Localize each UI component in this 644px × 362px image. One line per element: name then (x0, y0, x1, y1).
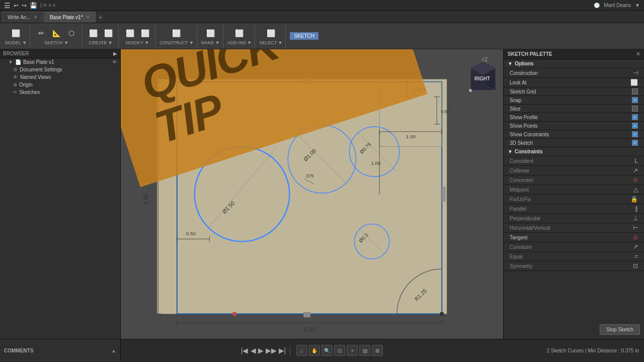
close-palette-icon[interactable]: ✕ (636, 51, 640, 57)
view-cube[interactable]: Z RIGHT (465, 55, 501, 96)
tab-base-plate[interactable]: Base Plate v1* ✕ (44, 12, 96, 23)
constraint-concentric[interactable]: Concentric ⊙ (504, 175, 644, 185)
tab-write-close[interactable]: ✕ (34, 15, 38, 20)
sketch-tool-2[interactable]: 📐 (49, 27, 63, 39)
snap-checkbox[interactable] (632, 97, 638, 103)
base-plate-label: Base Plate v1 (23, 59, 54, 65)
save-icon[interactable]: 💾 (30, 2, 37, 9)
constraint-equal[interactable]: Equal = (504, 252, 644, 261)
zoom-btn[interactable]: 🔍 (321, 345, 333, 356)
construct-label[interactable]: CONSTRUCT ▼ (159, 40, 194, 45)
sketch-grid-checkbox[interactable] (632, 88, 638, 95)
create-tool-1[interactable]: ⬜ (86, 27, 100, 39)
curvature-icon: ↗ (633, 243, 638, 250)
look-at-icon[interactable]: ⬜ (630, 79, 638, 86)
playback-play-btn[interactable]: ▶ (258, 346, 264, 354)
sketch-label[interactable]: SKETCH ▼ (44, 40, 68, 45)
sidebar-item-base-plate[interactable]: ▼ 📄 Base Plate v1 👁 (0, 58, 120, 66)
constraint-perpendicular[interactable]: Perpendicular ⊥ (504, 214, 644, 223)
constraints-section-header[interactable]: ▼ Constraints (504, 147, 644, 156)
clock-icon: 🕐 (594, 3, 600, 8)
stop-sketch-button[interactable]: Stop Sketch (600, 324, 640, 335)
tab-base-plate-close[interactable]: ✕ (86, 15, 90, 20)
browser-label: BROWSER (3, 51, 29, 56)
select-tool[interactable]: ⬜ (264, 27, 278, 39)
toolbar-group-sketch-mode: SKETCH (287, 24, 321, 48)
constraint-coincident[interactable]: Coincident L (504, 156, 644, 166)
fix-unfix-label: Fix/UnFix (510, 197, 531, 202)
create-tool-2[interactable]: ⬜ (101, 27, 115, 39)
modify-label[interactable]: MODIFY ▼ (126, 40, 149, 45)
make-tool[interactable]: ⬜ (203, 27, 217, 39)
sidebar-expand-icon[interactable]: ▶ (113, 51, 117, 56)
playback-next-btn[interactable]: ▶▶ (266, 346, 277, 354)
constraint-horizontal-vertical[interactable]: Horizontal/Vertical ⊢ (504, 223, 644, 233)
constraint-midpoint[interactable]: Midpoint △ (504, 185, 644, 195)
eye-icon[interactable]: 👁 (112, 59, 117, 65)
model-label[interactable]: MODEL ▼ (5, 40, 27, 45)
playback-end-btn[interactable]: ▶| (279, 346, 286, 354)
pan-btn[interactable]: ✋ (309, 345, 320, 356)
top-bar-right: 🕐 Marti Deans ▼ (594, 3, 640, 8)
tab-add-icon[interactable]: + (99, 13, 103, 21)
redo-icon[interactable]: ↪ (22, 2, 27, 9)
3d-sketch-checkbox[interactable] (632, 140, 638, 146)
playback-prev-btn[interactable]: ◀ (251, 346, 256, 354)
sidebar-item-origin[interactable]: ⊕ Origin (0, 81, 120, 88)
status-bar: 2 Sketch Curves | Min Distance : 0.375 i… (503, 339, 644, 362)
show-profile-checkbox[interactable] (632, 114, 638, 120)
select-label[interactable]: SELECT ▼ (259, 40, 282, 45)
user-dropdown-icon[interactable]: ▼ (635, 3, 640, 8)
palette-row-construction: Construction ⊣ (504, 68, 644, 78)
sketch-tool-1[interactable]: ✏ (34, 27, 48, 39)
named-views-label: Named Views (20, 74, 51, 80)
view-display-btn[interactable]: ▤ (359, 345, 370, 356)
grid-display-btn[interactable]: ⊞ (372, 345, 383, 356)
sidebar-item-doc-settings[interactable]: ⚙ Document Settings (0, 66, 120, 73)
palette-row-show-profile: Show Profile (504, 113, 644, 122)
toolbar-group-create: ⬜ ⬜ CREATE ▼ (83, 24, 119, 48)
show-constraints-checkbox[interactable] (632, 131, 638, 137)
svg-text:1.00: 1.00 (371, 160, 381, 166)
app-menu-icon[interactable]: ☰ (4, 2, 11, 10)
construct-tool[interactable]: ⬜ (170, 27, 184, 39)
constraint-curvature[interactable]: Curvature ↗ (504, 242, 644, 252)
make-label[interactable]: MAKE ▼ (201, 40, 220, 45)
undo-icon[interactable]: ↩ (14, 2, 19, 9)
create-label[interactable]: CREATE ▼ (89, 40, 112, 45)
sketch-mode-btn[interactable]: SKETCH (290, 32, 318, 40)
constraint-fix-unfix[interactable]: Fix/UnFix 🔒 (504, 195, 644, 204)
constraint-parallel[interactable]: Parallel ∥ (504, 204, 644, 214)
construction-icon[interactable]: ⊣ (633, 69, 638, 76)
perpendicular-icon: ⊥ (633, 215, 638, 222)
palette-row-sketch-grid: Sketch Grid (504, 87, 644, 96)
tab-write[interactable]: Write An... ✕ (2, 12, 43, 23)
fit-btn[interactable]: ⊡ (334, 345, 345, 356)
addins-tool[interactable]: ⬜ (232, 27, 247, 39)
show-points-checkbox[interactable] (632, 123, 638, 129)
origin-icon: ⊕ (13, 82, 17, 87)
orbit-btn[interactable]: ⌂ (296, 345, 307, 356)
coincident-icon: L (634, 157, 638, 164)
comments-expand-icon[interactable]: ▲ (111, 348, 116, 353)
playback-start-btn[interactable]: |◀ (241, 346, 249, 354)
constraint-symmetry[interactable]: Symmetry ⊡ (504, 261, 644, 271)
equal-label: Equal (510, 254, 523, 259)
modify-tool-1[interactable]: ⬜ (123, 27, 137, 39)
sidebar-item-sketches[interactable]: ✏ Sketches (0, 88, 120, 96)
user-name[interactable]: Marti Deans (604, 3, 631, 8)
constraint-tangent[interactable]: Tangent ⊙ (504, 233, 644, 242)
sketch-tool-3[interactable]: ⬡ (64, 27, 78, 39)
zoom-in-btn[interactable]: + (347, 345, 358, 356)
canvas-area[interactable]: QUICKTIP 6.00 4.00 Ø1.50 Ø1.00 (121, 49, 503, 339)
svg-text:4.00: 4.00 (142, 193, 149, 205)
concentric-label: Concentric (510, 177, 534, 183)
addins-label[interactable]: ADD-INS ▼ (227, 40, 252, 45)
sketch-canvas[interactable]: 6.00 4.00 Ø1.50 Ø1.00 Ø0.75 Ø0.3 R1.25 (121, 49, 503, 339)
slice-checkbox[interactable] (632, 106, 638, 112)
modify-tool-2[interactable]: ⬜ (138, 27, 152, 39)
constraint-collinear[interactable]: Collinear ↗ (504, 166, 644, 175)
model-btn[interactable]: ⬜ (9, 27, 23, 39)
sidebar-item-named-views[interactable]: 👁 Named Views (0, 73, 120, 81)
options-section-header[interactable]: ▼ Options (504, 59, 644, 68)
